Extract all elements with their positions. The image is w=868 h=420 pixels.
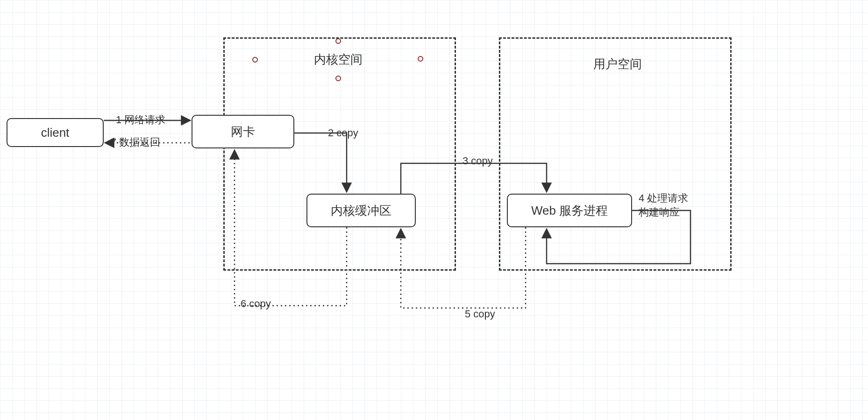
- edge-4-label: 4 处理请求 构建响应: [639, 191, 688, 219]
- circle-icon: [252, 57, 258, 63]
- edge-4-line1: 4 处理请求: [639, 191, 688, 205]
- edge-2-label: 2 copy: [328, 127, 358, 139]
- edge-3-label: 3 copy: [462, 155, 493, 167]
- kernel-space-container: [223, 37, 456, 271]
- edge-5-label: 5 copy: [465, 308, 495, 320]
- edge-1-label: 1 网络请求: [116, 113, 165, 127]
- user-space-title: 用户空间: [593, 56, 642, 72]
- circle-icon: [418, 56, 423, 62]
- web-process-label: Web 服务进程: [531, 203, 608, 219]
- user-space-container: [499, 37, 732, 271]
- circle-icon: [335, 38, 341, 44]
- client-box: client: [7, 118, 104, 147]
- kernel-buffer-label: 内核缓冲区: [331, 203, 391, 219]
- nic-box: 网卡: [192, 115, 294, 148]
- edge-6-label: 6 copy: [241, 298, 271, 310]
- circle-icon: [335, 76, 341, 81]
- edge-4-line2: 构建响应: [639, 205, 688, 219]
- web-process-box: Web 服务进程: [507, 194, 632, 227]
- edge-7-label: 7 数据返回: [111, 135, 160, 149]
- client-label: client: [41, 126, 70, 140]
- nic-label: 网卡: [231, 124, 255, 140]
- kernel-buffer-box: 内核缓冲区: [306, 194, 416, 227]
- kernel-space-title: 内核空间: [314, 51, 363, 68]
